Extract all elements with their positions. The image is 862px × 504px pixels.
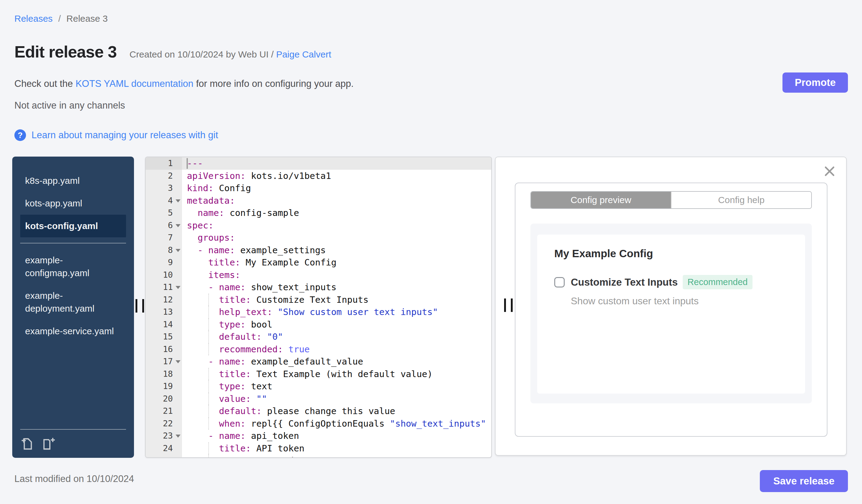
code-line-3[interactable]: 3kind: Config — [146, 182, 491, 195]
code-text[interactable]: title: Text Example (with default value) — [182, 368, 491, 381]
fold-arrow-icon[interactable] — [175, 435, 181, 438]
code-text[interactable]: type: bool — [182, 318, 491, 331]
line-number: 7 — [146, 231, 182, 244]
close-icon[interactable] — [824, 166, 835, 177]
code-text[interactable]: title: My Example Config — [182, 256, 491, 269]
sidebar-resize-handle[interactable] — [135, 299, 144, 313]
fold-arrow-icon[interactable] — [175, 286, 181, 289]
code-text[interactable]: groups: — [182, 231, 491, 244]
yaml-editor[interactable]: 1---2apiVersion: kots.io/v1beta13kind: C… — [145, 157, 492, 458]
tab-config-help[interactable]: Config help — [671, 192, 811, 208]
code-line-7[interactable]: 7 groups: — [146, 231, 491, 244]
file-item-example-deployment.yaml[interactable]: example-deployment.yaml — [20, 284, 125, 320]
line-number: 20 — [146, 393, 182, 405]
customize-text-inputs-checkbox[interactable] — [554, 277, 565, 288]
git-releases-link[interactable]: Learn about managing your releases with … — [31, 130, 218, 141]
code-line-17[interactable]: 17 - name: example_default_value — [146, 355, 491, 368]
code-line-14[interactable]: 14 type: bool — [146, 318, 491, 331]
file-item-kots-app.yaml[interactable]: kots-app.yaml — [20, 192, 125, 215]
indent-guide — [208, 343, 209, 356]
code-text[interactable]: when: repl{{ ConfigOptionEquals "show_te… — [182, 417, 491, 430]
code-text[interactable]: type: text — [182, 380, 491, 393]
save-release-button[interactable]: Save release — [760, 470, 848, 492]
line-number: 12 — [146, 294, 182, 306]
line-number: 1 — [146, 157, 182, 170]
file-list: k8s-app.yamlkots-app.yamlkots-config.yam… — [12, 157, 134, 343]
indent-guide — [208, 380, 209, 393]
code-text[interactable]: type: password — [182, 454, 491, 458]
fold-arrow-icon[interactable] — [175, 199, 181, 202]
author-link[interactable]: Paige Calvert — [276, 49, 331, 59]
kots-docs-link[interactable]: KOTS YAML documentation — [76, 78, 193, 89]
file-item-example-service.yaml[interactable]: example-service.yaml — [20, 320, 125, 343]
code-line-4[interactable]: 4metadata: — [146, 195, 491, 207]
code-line-18[interactable]: 18 title: Text Example (with default val… — [146, 368, 491, 381]
fold-arrow-icon[interactable] — [175, 360, 181, 363]
code-text[interactable]: - name: example_settings — [182, 244, 491, 256]
indent-guide — [208, 454, 209, 458]
code-text[interactable]: name: config-sample — [182, 207, 491, 219]
line-gutter-3: 3 — [146, 182, 182, 195]
line-gutter-7: 7 — [146, 231, 182, 244]
code-text[interactable]: title: Customize Text Inputs — [182, 294, 491, 306]
code-line-20[interactable]: 20 value: "" — [146, 393, 491, 405]
code-line-6[interactable]: 6spec: — [146, 219, 491, 232]
line-number: 14 — [146, 318, 182, 331]
tab-config-preview[interactable]: Config preview — [531, 192, 671, 208]
file-item-example-configmap.yaml[interactable]: example-configmap.yaml — [20, 249, 125, 284]
code-line-15[interactable]: 15 default: "0" — [146, 331, 491, 343]
code-line-23[interactable]: 23 - name: api_token — [146, 430, 491, 442]
line-number: 15 — [146, 331, 182, 343]
code-line-10[interactable]: 10 items: — [146, 269, 491, 281]
code-text[interactable]: spec: — [182, 219, 491, 232]
file-list-divider — [20, 243, 126, 243]
code-text[interactable]: items: — [182, 269, 491, 281]
breadcrumb-current: Release 3 — [66, 13, 108, 24]
code-line-1[interactable]: 1--- — [146, 157, 491, 170]
add-folder-icon[interactable] — [42, 437, 56, 451]
code-text[interactable]: title: API token — [182, 442, 491, 455]
code-text[interactable]: --- — [182, 157, 491, 170]
add-file-icon[interactable] — [20, 437, 34, 451]
code-text[interactable]: default: "0" — [182, 331, 491, 343]
line-gutter-23: 23 — [146, 430, 182, 442]
code-text[interactable]: value: "" — [182, 393, 491, 405]
line-number: 25 — [146, 454, 182, 458]
code-text[interactable]: apiVersion: kots.io/v1beta1 — [182, 170, 491, 182]
code-line-9[interactable]: 9 title: My Example Config — [146, 256, 491, 269]
code-line-16[interactable]: 16 recommended: true — [146, 343, 491, 356]
code-text[interactable]: - name: api_token — [182, 430, 491, 442]
indent-guide — [208, 331, 209, 343]
code-line-12[interactable]: 12 title: Customize Text Inputs — [146, 294, 491, 306]
code-line-5[interactable]: 5 name: config-sample — [146, 207, 491, 219]
code-line-11[interactable]: 11 - name: show_text_inputs — [146, 281, 491, 294]
code-line-13[interactable]: 13 help_text: "Show custom user text inp… — [146, 306, 491, 318]
code-line-19[interactable]: 19 type: text — [146, 380, 491, 393]
breadcrumb-releases-link[interactable]: Releases — [14, 13, 53, 24]
fold-arrow-icon[interactable] — [175, 249, 181, 252]
text-cursor — [186, 158, 188, 169]
code-text[interactable]: recommended: true — [182, 343, 491, 356]
code-line-22[interactable]: 22 when: repl{{ ConfigOptionEquals "show… — [146, 417, 491, 430]
code-line-8[interactable]: 8 - name: example_settings — [146, 244, 491, 256]
file-item-kots-config.yaml[interactable]: kots-config.yaml — [20, 215, 126, 237]
code-text[interactable]: - name: show_text_inputs — [182, 281, 491, 294]
code-text[interactable]: default: please change this value — [182, 405, 491, 417]
code-line-21[interactable]: 21 default: please change this value — [146, 405, 491, 417]
line-gutter-19: 19 — [146, 380, 182, 393]
preview-resize-handle[interactable] — [504, 299, 513, 312]
code-line-24[interactable]: 24 title: API token — [146, 442, 491, 455]
file-item-k8s-app.yaml[interactable]: k8s-app.yaml — [20, 170, 125, 192]
fold-arrow-icon[interactable] — [175, 224, 181, 227]
code-text[interactable]: kind: Config — [182, 182, 491, 195]
code-text[interactable]: metadata: — [182, 195, 491, 207]
file-tree-actions — [20, 429, 126, 458]
code-line-25[interactable]: 25 type: password — [146, 454, 491, 458]
code-line-2[interactable]: 2apiVersion: kots.io/v1beta1 — [146, 170, 491, 182]
page-title: Edit release 3 — [14, 42, 117, 61]
code-text[interactable]: help_text: "Show custom user text inputs… — [182, 306, 491, 318]
code-lines: 1---2apiVersion: kots.io/v1beta13kind: C… — [146, 157, 491, 458]
code-text[interactable]: - name: example_default_value — [182, 355, 491, 368]
promote-button[interactable]: Promote — [782, 72, 848, 93]
line-gutter-11: 11 — [146, 281, 182, 294]
